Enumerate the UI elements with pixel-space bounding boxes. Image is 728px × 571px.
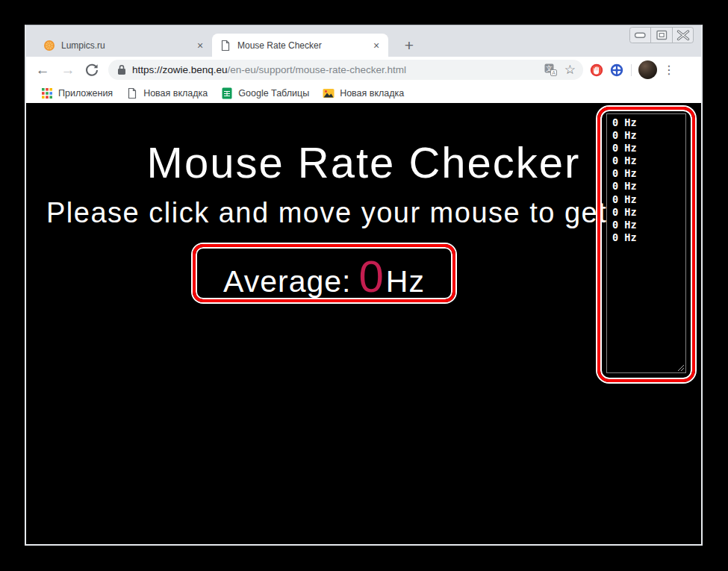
- tab-mouse-rate-checker[interactable]: Mouse Rate Checker ×: [212, 34, 388, 57]
- toolbar-separator: [631, 64, 632, 76]
- bookmarks-bar: Приложения Новая вкладка Google Таблицы: [26, 83, 701, 103]
- bookmark-label: Приложения: [58, 88, 113, 99]
- lock-icon: [117, 64, 126, 75]
- star-icon[interactable]: ☆: [564, 64, 576, 76]
- minimize-icon: [635, 33, 646, 37]
- resize-handle-icon[interactable]: [677, 364, 685, 372]
- page-title: Mouse Rate Checker: [26, 137, 701, 187]
- browser-toolbar: ← → https://zowie.benq.eu/en-eu/support/…: [26, 57, 701, 83]
- page-content[interactable]: Mouse Rate Checker Please click and move…: [26, 103, 701, 544]
- svg-text:A: A: [552, 70, 556, 75]
- bookmark-label: Google Таблицы: [238, 88, 309, 99]
- average-value: 0: [358, 255, 383, 299]
- rate-readings-textarea[interactable]: 0 Hz 0 Hz 0 Hz 0 Hz 0 Hz 0 Hz 0 Hz 0 Hz …: [606, 113, 686, 373]
- tab-close-icon[interactable]: ×: [194, 40, 206, 52]
- back-icon[interactable]: ←: [34, 61, 52, 79]
- browser-menu-icon[interactable]: ⋮: [662, 63, 676, 77]
- bookmark-label: Новая вкладка: [143, 88, 208, 99]
- blank-page-icon: [220, 40, 231, 52]
- average-label: Average:: [223, 264, 351, 299]
- bookmark-label: Новая вкладка: [340, 88, 404, 99]
- tab-title: Mouse Rate Checker: [237, 40, 370, 51]
- bookmark-google-sheets[interactable]: Google Таблицы: [221, 87, 309, 99]
- globe-extension-icon[interactable]: [610, 63, 623, 77]
- reload-icon[interactable]: [83, 61, 101, 79]
- page-subtitle: Please click and move your mouse to get: [46, 197, 607, 229]
- translate-icon[interactable]: 文 A: [544, 63, 557, 76]
- rate-readings-list: 0 Hz 0 Hz 0 Hz 0 Hz 0 Hz 0 Hz 0 Hz 0 Hz …: [607, 114, 685, 244]
- average-rate-box: Average: 0 Hz: [193, 244, 455, 302]
- window-controls[interactable]: [629, 27, 694, 44]
- average-unit: Hz: [386, 264, 425, 299]
- bookmark-apps[interactable]: Приложения: [41, 87, 113, 99]
- maximize-icon: [657, 31, 667, 40]
- apps-grid-icon: [41, 87, 53, 99]
- profile-avatar[interactable]: [638, 60, 657, 79]
- new-tab-button[interactable]: +: [399, 36, 419, 55]
- address-bar[interactable]: https://zowie.benq.eu/en-eu/support/mous…: [108, 60, 583, 80]
- forward-icon: →: [59, 61, 77, 79]
- orange-fruit-icon: [43, 40, 55, 52]
- tab-close-icon[interactable]: ×: [370, 40, 382, 52]
- browser-window: Lumpics.ru × Mouse Rate Checker × +: [25, 25, 703, 546]
- blank-page-icon: [126, 87, 138, 99]
- hand-extension-icon[interactable]: [590, 63, 603, 77]
- url-text[interactable]: https://zowie.benq.eu/en-eu/support/mous…: [132, 64, 537, 75]
- url-host: https://zowie.benq.eu: [132, 64, 228, 75]
- photo-icon: [323, 87, 335, 99]
- tab-strip: Lumpics.ru × Mouse Rate Checker × +: [26, 25, 701, 57]
- url-path: /en-eu/support/mouse-rate-checker.html: [228, 64, 406, 75]
- google-sheets-icon: [221, 87, 233, 99]
- tab-lumpics[interactable]: Lumpics.ru ×: [36, 34, 212, 57]
- bookmark-new-tab-2[interactable]: Новая вкладка: [323, 87, 404, 99]
- bookmark-new-tab-1[interactable]: Новая вкладка: [126, 87, 208, 99]
- tab-title: Lumpics.ru: [61, 40, 194, 51]
